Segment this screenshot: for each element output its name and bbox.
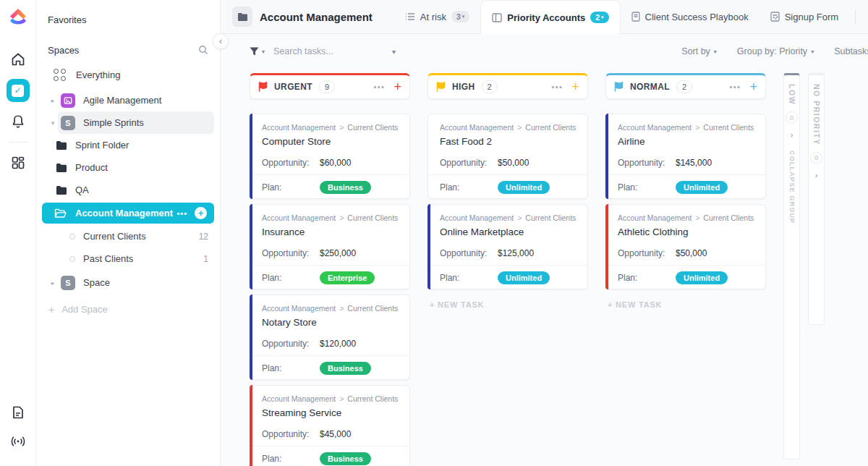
sidebar-item-space[interactable]: ▸ S Space <box>36 271 220 294</box>
task-title[interactable]: Streaming Service <box>262 407 399 418</box>
dashboards-grid-icon[interactable] <box>10 155 26 171</box>
toolbar-right: Sort by▾ Group by: Priority▾ Subtasks: H… <box>681 46 868 56</box>
task-title[interactable]: Airline <box>618 136 755 147</box>
task-card[interactable]: Account Management>Current Clients Compu… <box>250 114 410 199</box>
group-add-task-icon[interactable]: + <box>571 80 579 95</box>
new-task-button[interactable]: + NEW TASK <box>605 300 766 309</box>
group-by-dropdown[interactable]: Group by: Priority▾ <box>737 46 814 56</box>
folder-label: Product <box>75 162 108 173</box>
group-header[interactable]: URGENT 9 ••• + <box>250 73 410 99</box>
sidebar-collapse-button[interactable]: ‹ <box>213 33 229 49</box>
clickup-logo-icon[interactable] <box>7 7 29 29</box>
search-expand-chevron[interactable]: ▾ <box>392 48 396 56</box>
docs-icon[interactable] <box>10 404 26 420</box>
priority-bar <box>250 295 252 380</box>
task-title[interactable]: Computer Store <box>262 136 399 147</box>
tab-client-success-playbook[interactable]: Client Success Playbook <box>621 0 760 33</box>
sort-by-dropdown[interactable]: Sort by▾ <box>681 46 717 56</box>
task-card[interactable]: Account Management>Current Clients Insur… <box>250 204 410 289</box>
task-title[interactable]: Notary Store <box>262 317 399 328</box>
sidebar-item-product[interactable]: Product <box>36 156 220 179</box>
plan-badge[interactable]: Enterprise <box>320 271 375 284</box>
caret-down-icon: ▾ <box>601 14 604 20</box>
tab-badge[interactable]: 3▾ <box>451 11 469 22</box>
task-card[interactable]: Account Management>Current Clients Athle… <box>605 204 766 289</box>
tab-at-risk[interactable]: At risk 3▾ <box>394 0 480 33</box>
priority-bar <box>250 204 252 289</box>
group-column-high: HIGH 2 ••• + Account Management>Current … <box>427 73 588 309</box>
ellipsis-icon[interactable]: ••• <box>176 209 187 218</box>
task-title[interactable]: Online Marketplace <box>440 226 577 237</box>
plan-badge[interactable]: Business <box>320 181 371 194</box>
add-icon[interactable]: + <box>195 207 207 219</box>
search-icon[interactable] <box>198 45 208 55</box>
expand-chevron-icon[interactable]: › <box>791 130 793 139</box>
expand-chevron-icon[interactable]: › <box>815 171 818 179</box>
favorites-section[interactable]: Favorites <box>36 9 220 30</box>
plan-badge[interactable]: Business <box>320 362 371 375</box>
group-menu-icon[interactable]: ••• <box>729 82 741 91</box>
tab-signup-form[interactable]: Signup Form <box>760 0 849 33</box>
notifications-bell-icon[interactable] <box>10 114 26 130</box>
spaces-label: Spaces <box>48 45 79 56</box>
folder-icon <box>56 140 67 151</box>
form-icon <box>770 12 780 22</box>
collapsed-group-low[interactable]: LOW 0 › COLLAPSE GROUP <box>783 73 800 459</box>
tasks-icon-active[interactable]: ✓ <box>7 79 30 102</box>
sidebar-item-past-clients[interactable]: Past Clients 1 <box>36 247 220 270</box>
sidebar-item-qa[interactable]: QA <box>36 179 220 201</box>
sidebar-item-account-management-selected[interactable]: Account Management ••• + <box>42 203 214 224</box>
plan-badge[interactable]: Unlimited <box>498 181 550 194</box>
task-card[interactable]: Account Management>Current Clients Onlin… <box>427 204 588 289</box>
tab-priority-accounts-active[interactable]: Priority Accounts 2▾ <box>480 0 620 34</box>
task-title[interactable]: Athletic Clothing <box>618 226 755 237</box>
group-add-task-icon[interactable]: + <box>749 80 757 95</box>
task-card[interactable]: Account Management>Current Clients Airli… <box>605 114 766 199</box>
priority-bar <box>605 114 608 199</box>
task-title[interactable]: Insurance <box>262 226 399 237</box>
field-label: Opportunity: <box>618 248 676 258</box>
group-add-task-icon[interactable]: + <box>393 80 401 95</box>
plan-badge[interactable]: Unlimited <box>676 271 728 284</box>
spaces-section[interactable]: Spaces <box>36 39 220 61</box>
sidebar-item-current-clients[interactable]: Current Clients 12 <box>36 225 220 247</box>
group-count: 0 <box>810 152 822 164</box>
rail-divider <box>9 142 27 143</box>
card-divider <box>250 355 409 356</box>
collapsed-group-no-priority[interactable]: NO PRIORITY 0 › <box>808 73 825 325</box>
tab-badge[interactable]: 2▾ <box>590 12 608 23</box>
broadcast-icon[interactable] <box>10 433 26 449</box>
plan-badge[interactable]: Unlimited <box>676 181 728 194</box>
filter-funnel-icon <box>250 47 259 56</box>
group-menu-icon[interactable]: ••• <box>551 82 563 91</box>
add-space-button[interactable]: + Add Space <box>36 298 220 321</box>
chevron-right-icon[interactable]: ▸ <box>48 279 58 287</box>
subtasks-dropdown[interactable]: Subtasks: Hide▾ <box>834 46 868 56</box>
group-header[interactable]: NORMAL 2 ••• + <box>605 73 766 99</box>
collapse-group-label[interactable]: COLLAPSE GROUP <box>788 151 796 224</box>
sidebar-item-simple-sprints[interactable]: ▾ S Simple Sprints <box>36 111 220 134</box>
new-task-button[interactable]: + NEW TASK <box>427 300 588 309</box>
add-view-button[interactable]: + View <box>861 0 868 33</box>
filter-button[interactable]: ▾ <box>250 47 265 56</box>
search-input[interactable] <box>273 46 382 56</box>
plan-badge[interactable]: Business <box>320 452 371 465</box>
group-menu-icon[interactable]: ••• <box>373 82 385 91</box>
task-card[interactable]: Account Management>Current Clients Notar… <box>250 295 410 380</box>
chevron-right-icon[interactable]: ▸ <box>48 97 58 104</box>
chevron-down-icon[interactable]: ▾ <box>48 119 58 127</box>
task-card[interactable]: Account Management>Current Clients Strea… <box>250 385 410 466</box>
plan-badge[interactable]: Unlimited <box>498 271 550 284</box>
task-card[interactable]: Account Management>Current Clients Fast … <box>427 114 588 199</box>
group-header[interactable]: HIGH 2 ••• + <box>427 73 588 99</box>
sidebar-item-sprint-folder[interactable]: Sprint Folder <box>36 134 220 156</box>
field-label: Plan: <box>440 182 498 192</box>
icon-rail: ✓ <box>0 0 36 466</box>
task-title[interactable]: Fast Food 2 <box>440 136 577 147</box>
field-label: Opportunity: <box>262 429 320 439</box>
folder-chip[interactable] <box>232 7 252 27</box>
home-icon[interactable] <box>10 51 26 67</box>
folder-icon <box>56 185 67 195</box>
sidebar-item-everything[interactable]: Everything <box>36 64 220 86</box>
sidebar-item-agile-management[interactable]: ▸ Agile Management <box>36 89 220 111</box>
